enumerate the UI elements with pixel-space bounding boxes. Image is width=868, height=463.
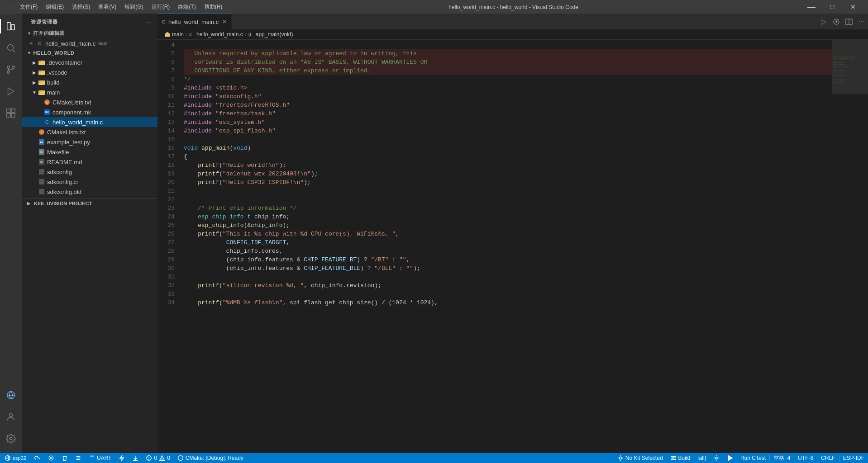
status-download[interactable] xyxy=(129,453,142,463)
activity-remote[interactable] xyxy=(0,384,22,406)
breadcrumb-function[interactable]: () app_main(void) xyxy=(248,31,293,38)
tabs-bar: C hello_world_main.c ✕ ▷ ··· xyxy=(157,14,868,29)
close-button[interactable]: ✕ xyxy=(843,0,863,14)
code-line-30: (chip_info.features & CHIP_FEATURE_BLE) … xyxy=(184,264,832,273)
svg-text:MD: MD xyxy=(40,161,43,163)
menu-run[interactable]: 运行(R) xyxy=(148,2,174,12)
cmakelists-root-file[interactable]: C CMakeLists.txt xyxy=(22,127,157,137)
sidebar-more-button[interactable]: ··· xyxy=(145,17,152,26)
run-button[interactable]: ▷ xyxy=(817,14,830,29)
status-spaces[interactable]: 空格: 4 xyxy=(770,453,794,463)
folder-arrow-open-icon: ▼ xyxy=(31,90,38,95)
tab-hello-world[interactable]: C hello_world_main.c ✕ xyxy=(157,14,232,29)
readme-file[interactable]: MD README.md xyxy=(22,157,157,167)
svg-point-13 xyxy=(10,437,12,440)
main-folder[interactable]: ▼ main xyxy=(22,87,157,97)
component-mk-file[interactable]: MK component.mk xyxy=(22,107,157,117)
sidebar-actions: ··· xyxy=(145,17,152,26)
status-cmake[interactable]: CMake: [Debug]: Ready xyxy=(174,453,247,463)
svg-marker-60 xyxy=(728,456,732,461)
keil-section[interactable]: ▶ KEIL UVISION PROJECT xyxy=(22,198,157,208)
svg-rect-21 xyxy=(38,91,41,92)
code-content[interactable]: Unless required by applicable law or agr… xyxy=(180,40,832,453)
build-folder[interactable]: ▶ build xyxy=(22,77,157,87)
code-line-24: esp_chip_info_t chip_info; xyxy=(184,213,832,221)
svg-text:C: C xyxy=(46,101,48,104)
menu-terminal[interactable]: 终端(T) xyxy=(174,2,199,12)
sdkconfig-ci-label: sdkconfig.ci xyxy=(47,179,78,185)
svg-point-6 xyxy=(7,71,10,74)
status-encoding[interactable]: UTF-8 xyxy=(794,453,817,463)
code-line-15 xyxy=(184,135,832,144)
tab-close-button[interactable]: ✕ xyxy=(219,19,227,25)
menu-goto[interactable]: 转到(G) xyxy=(121,2,147,12)
sdkconfig-old-file[interactable]: sdkconfig.old xyxy=(22,187,157,197)
split-editor-button[interactable] xyxy=(843,14,855,29)
sdkconfig-ci-file[interactable]: sdkconfig.ci xyxy=(22,177,157,187)
status-run-ctest[interactable]: Run CTest xyxy=(737,453,769,463)
cmake-root-icon: C xyxy=(38,128,45,136)
code-line-23: /* Print chip information */ xyxy=(184,204,832,213)
makefile-icon: MK xyxy=(38,148,45,156)
status-run-debug-2[interactable] xyxy=(723,453,737,463)
status-no-kit[interactable]: No Kit Selected xyxy=(614,453,667,463)
status-list[interactable] xyxy=(72,453,85,463)
status-spaces-label: 空格: 4 xyxy=(773,454,790,462)
cmakelists-main-file[interactable]: C CMakeLists.txt xyxy=(22,97,157,107)
svg-rect-8 xyxy=(7,109,10,113)
activity-explorer[interactable] xyxy=(0,15,22,37)
py-icon: py xyxy=(38,138,45,146)
sidebar-header: 资源管理器 ··· xyxy=(22,14,157,28)
menu-edit[interactable]: 编辑(E) xyxy=(42,2,67,12)
activity-account[interactable] xyxy=(0,406,22,428)
idf-button[interactable] xyxy=(830,14,843,29)
cmakelists-main-label: CMakeLists.txt xyxy=(52,99,91,106)
c-source-icon: C xyxy=(43,118,51,126)
svg-point-2 xyxy=(8,45,14,51)
activity-search[interactable] xyxy=(0,37,22,59)
example-test-file[interactable]: py example_test.py xyxy=(22,137,157,147)
menu-view[interactable]: 查看(V) xyxy=(95,2,120,12)
open-editors-header[interactable]: ▼ 打开的编辑器 xyxy=(22,28,157,38)
svg-text:MK: MK xyxy=(40,151,43,153)
status-remote[interactable]: esp32 xyxy=(0,453,31,463)
breadcrumb-file[interactable]: C hello_world_main.c xyxy=(189,31,243,38)
status-language[interactable]: ESP-IDF xyxy=(839,453,868,463)
status-flash[interactable] xyxy=(115,453,129,463)
more-actions-button[interactable]: ··· xyxy=(855,14,868,29)
activity-source-control[interactable] xyxy=(0,59,22,80)
activity-run[interactable] xyxy=(0,80,22,102)
sdkconfig-file[interactable]: sdkconfig xyxy=(22,167,157,177)
status-errors[interactable]: 0 0 xyxy=(142,453,173,463)
menu-file[interactable]: 文件(F) xyxy=(16,2,41,12)
activity-settings[interactable] xyxy=(0,428,22,449)
breadcrumb-main[interactable]: main xyxy=(165,31,184,38)
activity-extensions[interactable] xyxy=(0,102,22,124)
status-build[interactable]: Build xyxy=(667,453,694,463)
status-cloud[interactable] xyxy=(31,453,44,463)
minimize-button[interactable]: — xyxy=(801,0,822,14)
status-settings-1[interactable] xyxy=(44,453,58,463)
svg-rect-19 xyxy=(38,81,41,82)
makefile-file[interactable]: MK Makefile xyxy=(22,147,157,157)
menu-select[interactable]: 选择(S) xyxy=(68,2,94,12)
vscode-folder-label: .vscode xyxy=(47,69,67,76)
sdkconfig-icon xyxy=(38,168,45,175)
open-editor-item[interactable]: ✕ C hello_world_main.c main xyxy=(22,38,157,48)
devcontainer-folder[interactable]: ▶ .devcontainer xyxy=(22,57,157,67)
close-tab-icon[interactable]: ✕ xyxy=(29,41,36,47)
status-uart[interactable]: UART xyxy=(85,453,115,463)
maximize-button[interactable]: □ xyxy=(822,0,843,14)
status-settings-2[interactable] xyxy=(710,453,723,463)
hello-world-file[interactable]: C hello_world_main.c xyxy=(22,117,157,127)
code-line-26: printf("This is %s chip with %d CPU core… xyxy=(184,230,832,238)
status-trash[interactable] xyxy=(58,453,72,463)
menu-help[interactable]: 帮助(H) xyxy=(200,2,226,12)
svg-point-5 xyxy=(12,66,15,69)
status-all[interactable]: [all] xyxy=(694,453,710,463)
status-eol[interactable]: CRLF xyxy=(817,453,839,463)
svg-rect-17 xyxy=(38,71,41,72)
vscode-folder[interactable]: ▶ .vscode xyxy=(22,67,157,77)
sdkconfig-ci-icon xyxy=(38,178,45,185)
project-header[interactable]: ▼ HELLO_WORLD xyxy=(22,48,157,57)
